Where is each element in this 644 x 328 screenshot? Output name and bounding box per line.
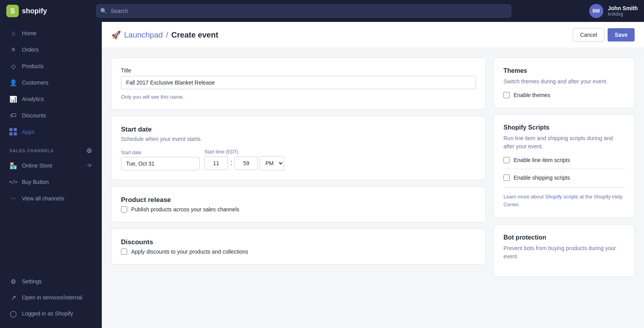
page-body: Title Only you will see this name. Start… bbox=[102, 48, 644, 328]
breadcrumb-parent-link[interactable]: Launchpad bbox=[124, 31, 163, 40]
page-actions: Cancel Save bbox=[573, 28, 635, 41]
enable-line-item-checkbox[interactable] bbox=[503, 157, 510, 163]
product-release-card: Product release Publish products across … bbox=[111, 186, 486, 222]
discounts-card: Discounts Apply discounts to your produc… bbox=[111, 229, 486, 265]
themes-checkbox-row: Enable themes bbox=[503, 92, 625, 98]
sidebar-item-products[interactable]: ◇ Products bbox=[3, 58, 99, 74]
logo-text: shopify bbox=[22, 7, 47, 15]
product-release-title: Product release bbox=[121, 196, 476, 204]
apply-discounts-checkbox[interactable] bbox=[121, 249, 127, 255]
breadcrumb: 🚀 Launchpad / Create event bbox=[111, 30, 218, 40]
user-info: John Smith knitdog bbox=[608, 5, 638, 17]
sidebar-item-home[interactable]: ⌂ Home bbox=[3, 25, 99, 41]
line-item-checkbox-row: Enable line item scripts bbox=[503, 157, 625, 163]
title-label: Title bbox=[121, 67, 476, 74]
themes-description: Switch themes during and after your even… bbox=[503, 77, 625, 86]
title-input[interactable] bbox=[121, 76, 476, 89]
search-bar[interactable]: 🔍 bbox=[96, 4, 511, 18]
enable-shipping-checkbox[interactable] bbox=[503, 175, 510, 181]
enable-themes-label: Enable themes bbox=[514, 92, 550, 98]
avatar[interactable]: BM bbox=[589, 4, 603, 18]
cancel-button[interactable]: Cancel bbox=[573, 28, 605, 41]
analytics-icon: 📊 bbox=[9, 95, 17, 103]
sidebar-item-label: Online Store bbox=[22, 162, 52, 169]
enable-themes-checkbox[interactable] bbox=[503, 92, 510, 98]
bot-protection-description: Prevent bots from buying products during… bbox=[503, 244, 625, 261]
settings-icon: ⚙ bbox=[9, 278, 17, 285]
sidebar-item-customers[interactable]: 👤 Customers bbox=[3, 75, 99, 90]
ellipsis-icon: ··· bbox=[9, 195, 17, 202]
save-button[interactable]: Save bbox=[608, 28, 635, 41]
main-column: Title Only you will see this name. Start… bbox=[111, 58, 486, 319]
user-store: knitdog bbox=[608, 11, 638, 17]
sidebar-item-label: Buy Button bbox=[22, 179, 49, 185]
divider bbox=[503, 169, 625, 169]
sidebar-view-all-channels[interactable]: ··· View all channels bbox=[3, 191, 99, 206]
sidebar-item-label: Settings bbox=[22, 278, 42, 285]
search-icon: 🔍 bbox=[100, 8, 107, 14]
start-date-card: Start date Schedule when your event star… bbox=[111, 116, 486, 180]
time-inputs: : PM AM bbox=[204, 156, 284, 170]
start-date-description: Schedule when your event starts. bbox=[121, 136, 476, 142]
learn-more-text: Learn more about Shopify scripts at the … bbox=[503, 193, 625, 208]
external-link-icon: ↗ bbox=[9, 294, 17, 301]
products-icon: ◇ bbox=[9, 62, 17, 70]
enable-line-item-label: Enable line item scripts bbox=[514, 157, 570, 163]
shopify-logo: S shopify bbox=[6, 5, 88, 17]
sidebar-item-label: Home bbox=[22, 30, 36, 36]
view-all-label: View all channels bbox=[22, 195, 64, 202]
sidebar: ⌂ Home ≡ Orders ◇ Products 👤 Customers 📊… bbox=[0, 22, 102, 328]
title-hint: Only you will see this name. bbox=[121, 94, 476, 100]
sidebar-item-label: Open in services/internal bbox=[22, 294, 82, 301]
buy-button-icon: </> bbox=[9, 178, 17, 186]
bot-protection-title: Bot protection bbox=[503, 234, 625, 241]
online-store-icon: 🏪 bbox=[9, 162, 17, 169]
sidebar-item-orders[interactable]: ≡ Orders bbox=[3, 42, 99, 58]
publish-products-label: Publish products across your sales chann… bbox=[131, 206, 239, 213]
start-date-title: Start date bbox=[121, 126, 476, 133]
sidebar-item-apps[interactable]: Apps bbox=[3, 124, 99, 140]
title-card: Title Only you will see this name. bbox=[111, 58, 486, 110]
shopify-scripts-card: Shopify Scripts Run line item and shippi… bbox=[494, 114, 635, 218]
shipping-scripts-checkbox-row: Enable shipping scripts bbox=[503, 175, 625, 181]
bot-protection-card: Bot protection Prevent bots from buying … bbox=[494, 224, 635, 277]
sidebar-item-buy-button[interactable]: </> Buy Button bbox=[3, 174, 99, 190]
sidebar-item-discounts[interactable]: 🏷 Discounts bbox=[3, 108, 99, 123]
sidebar-item-label: Discounts bbox=[22, 112, 46, 119]
time-hour-input[interactable] bbox=[204, 157, 228, 170]
sidebar-item-label: Analytics bbox=[22, 96, 44, 102]
sidebar-item-label: Logged in as Shopify bbox=[22, 310, 73, 317]
date-row: Start date Start time (EDT) : PM bbox=[121, 149, 476, 170]
sidebar-item-online-store[interactable]: 🏪 Online Store 👁 bbox=[3, 158, 99, 173]
sidebar-item-logged-in[interactable]: ◯ Logged in as Shopify bbox=[3, 306, 99, 321]
publish-products-checkbox[interactable] bbox=[121, 206, 127, 213]
ampm-select[interactable]: PM AM bbox=[260, 156, 284, 170]
time-minute-input[interactable] bbox=[235, 157, 258, 170]
search-input[interactable] bbox=[96, 4, 511, 18]
product-release-checkbox-row: Publish products across your sales chann… bbox=[121, 206, 476, 213]
sidebar-item-open-services[interactable]: ↗ Open in services/internal bbox=[3, 290, 99, 305]
start-date-input[interactable] bbox=[121, 157, 200, 170]
discounts-icon: 🏷 bbox=[9, 112, 17, 119]
orders-icon: ≡ bbox=[9, 46, 17, 54]
logo-icon: S bbox=[6, 5, 19, 17]
discounts-title: Discounts bbox=[121, 238, 476, 246]
themes-card: Themes Switch themes during and after yo… bbox=[494, 58, 635, 108]
sidebar-item-label: Orders bbox=[22, 47, 39, 53]
page-title: Create event bbox=[171, 31, 218, 40]
sidebar-item-label: Customers bbox=[22, 79, 49, 86]
sidebar-item-label: Products bbox=[22, 63, 43, 69]
start-date-field: Start date bbox=[121, 150, 200, 170]
sidebar-item-analytics[interactable]: 📊 Analytics bbox=[3, 91, 99, 107]
sidebar-bottom: ⚙ Settings ↗ Open in services/internal ◯… bbox=[0, 273, 102, 325]
add-channel-button[interactable]: ⊕ bbox=[86, 146, 92, 155]
shopify-scripts-link[interactable]: Shopify scripts bbox=[545, 194, 578, 200]
side-column: Themes Switch themes during and after yo… bbox=[494, 58, 635, 319]
customers-icon: 👤 bbox=[9, 79, 17, 87]
start-time-label: Start time (EDT) bbox=[204, 149, 284, 155]
breadcrumb-separator: / bbox=[166, 31, 168, 40]
topnav-right: BM John Smith knitdog bbox=[589, 4, 638, 18]
sidebar-item-settings[interactable]: ⚙ Settings bbox=[3, 274, 99, 289]
themes-title: Themes bbox=[503, 67, 625, 74]
divider-2 bbox=[503, 187, 625, 187]
